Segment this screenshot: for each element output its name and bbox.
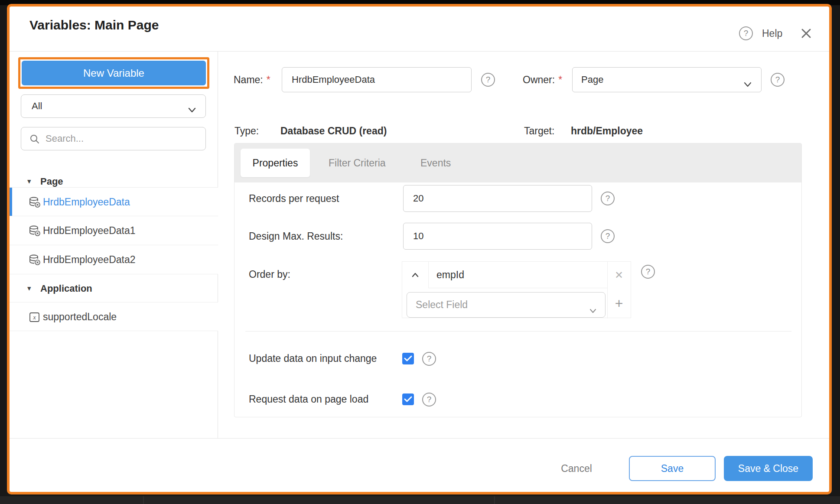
request-on-load-help-icon[interactable]: ? (422, 393, 436, 406)
selected-indicator (10, 188, 12, 216)
variable-name-label: HrdbEmployeeData1 (43, 216, 136, 245)
search-icon (29, 133, 40, 145)
properties-panel: Properties Filter Criteria Events Record… (234, 143, 802, 417)
sidebar-item-hrdbemployeedata2[interactable]: HrdbEmployeeData2 (10, 245, 218, 274)
tab-events[interactable]: Events (420, 143, 451, 182)
svg-text:x: x (33, 314, 36, 321)
target-label: Target: (524, 122, 554, 140)
collapse-caret-icon[interactable] (402, 262, 429, 288)
owner-help-icon[interactable]: ? (771, 73, 785, 87)
variable-type-filter-value: All (32, 101, 42, 111)
background-seam (143, 496, 144, 504)
order-by-help-icon[interactable]: ? (641, 265, 655, 279)
caret-down-icon: ▾ (27, 280, 31, 297)
variable-name-label: HrdbEmployeeData2 (43, 245, 136, 274)
name-input[interactable] (282, 67, 472, 92)
required-asterisk: * (558, 74, 562, 85)
select-field-placeholder: Select Field (416, 299, 468, 310)
update-on-change-label: Update data on input change (249, 348, 377, 369)
chevron-down-icon (742, 75, 753, 99)
records-per-request-label: Records per request (249, 185, 339, 212)
tab-filter-criteria[interactable]: Filter Criteria (329, 143, 386, 182)
type-value: Database CRUD (read) (280, 122, 387, 140)
tab-bar: Properties Filter Criteria Events (234, 143, 801, 182)
dialog-title: Variables: Main Page (29, 18, 159, 33)
owner-select-value: Page (581, 74, 603, 85)
records-help-icon[interactable]: ? (601, 192, 615, 205)
panel-divider (245, 331, 791, 332)
save-and-close-button[interactable]: Save & Close (724, 456, 813, 481)
variables-sidebar: New Variable All ▾ Page (10, 51, 218, 438)
section-label: Application (40, 280, 92, 297)
variable-search (21, 127, 206, 150)
variables-dialog: Variables: Main Page ? Help New Variable… (7, 4, 832, 494)
variable-type-filter-select[interactable]: All (21, 94, 206, 118)
variable-name-label: supportedLocale (43, 302, 117, 331)
request-on-load-label: Request data on page load (249, 389, 368, 410)
cancel-button[interactable]: Cancel (550, 456, 602, 481)
sidebar-item-supportedlocale[interactable]: x supportedLocale (10, 302, 218, 331)
annotation-highlight: New Variable (18, 57, 209, 89)
search-input[interactable] (46, 128, 202, 150)
chevron-down-icon (186, 101, 198, 124)
design-max-results-label: Design Max. Results: (249, 223, 343, 250)
design-max-results-input[interactable] (403, 223, 592, 250)
save-button[interactable]: Save (629, 456, 716, 481)
add-order-field-icon[interactable]: + (607, 288, 631, 319)
tab-properties[interactable]: Properties (241, 149, 310, 177)
order-actions-column: ✕ + (607, 262, 631, 319)
name-help-icon[interactable]: ? (481, 73, 495, 87)
update-on-change-help-icon[interactable]: ? (422, 352, 436, 366)
footer-divider (10, 438, 829, 439)
database-variable-icon (28, 254, 41, 267)
order-by-editor: empId ✕ + Select Field (402, 261, 631, 318)
select-field-dropdown[interactable]: Select Field (407, 292, 606, 318)
model-variable-icon: x (28, 311, 41, 324)
sidebar-item-hrdbemployeedata1[interactable]: HrdbEmployeeData1 (10, 216, 218, 245)
help-link[interactable]: Help (762, 26, 782, 40)
remove-order-field-icon[interactable]: ✕ (607, 262, 631, 288)
chevron-down-icon (588, 300, 598, 325)
database-variable-icon (28, 224, 41, 237)
required-asterisk: * (267, 74, 270, 85)
new-variable-button[interactable]: New Variable (22, 61, 206, 85)
max-results-help-icon[interactable]: ? (601, 229, 615, 243)
sidebar-item-hrdbemployeedata[interactable]: HrdbEmployeeData (10, 187, 218, 216)
records-per-request-input[interactable] (403, 185, 592, 212)
background-page (0, 496, 840, 504)
background-seam (494, 496, 495, 504)
update-on-change-checkbox[interactable] (402, 353, 414, 364)
order-by-label: Order by: (249, 261, 290, 288)
target-value: hrdb/Employee (571, 122, 643, 140)
owner-label: Owner:* (523, 67, 562, 92)
type-label: Type: (234, 122, 259, 140)
request-on-load-checkbox[interactable] (402, 393, 414, 405)
database-variable-icon (28, 196, 41, 209)
sidebar-section-application[interactable]: ▾ Application (10, 280, 218, 297)
owner-select[interactable]: Page (572, 67, 762, 92)
help-icon[interactable]: ? (739, 26, 753, 40)
name-label: Name:* (234, 67, 270, 92)
variable-name-label: HrdbEmployeeData (43, 188, 130, 216)
close-icon[interactable] (799, 26, 813, 40)
order-field-value[interactable]: empId (429, 262, 608, 288)
